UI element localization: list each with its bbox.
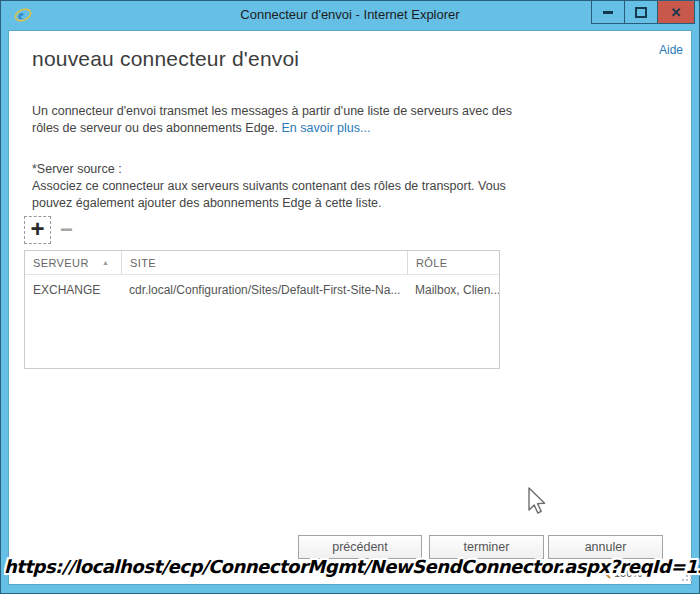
table-toolbar: + − bbox=[24, 215, 73, 245]
close-button[interactable]: ✕ bbox=[657, 1, 694, 23]
column-header-site-label: SITE bbox=[130, 257, 156, 269]
status-url-text: https://localhost/ecp/ConnectorMgmt/NewS… bbox=[4, 556, 700, 577]
server-source-label: *Server source : bbox=[32, 162, 122, 176]
table-header-row: SERVEUR ▲ SITE RÔLE bbox=[25, 251, 499, 275]
close-icon: ✕ bbox=[671, 6, 682, 19]
table-row[interactable]: EXCHANGE cdr.local/Configuration/Sites/D… bbox=[25, 275, 499, 305]
cell-site: cdr.local/Configuration/Sites/Default-Fi… bbox=[121, 283, 407, 297]
add-icon: + bbox=[30, 219, 44, 239]
cell-role: Mailbox, Clien... bbox=[407, 283, 499, 297]
remove-server-button[interactable]: − bbox=[60, 220, 73, 241]
page-title: nouveau connecteur d'envoi bbox=[32, 47, 299, 71]
dialog-content: Aide nouveau connecteur d'envoi Un conne… bbox=[8, 30, 692, 585]
ie-dialog-window: e Connecteur d'envoi - Internet Explorer… bbox=[0, 0, 700, 594]
server-table: SERVEUR ▲ SITE RÔLE EXCHANGE cdr.local/C… bbox=[24, 250, 500, 369]
server-source-description: Associez ce connecteur aux serveurs suiv… bbox=[32, 178, 537, 211]
minimize-button[interactable] bbox=[592, 1, 624, 23]
maximize-icon bbox=[635, 7, 647, 18]
column-header-serveur-label: SERVEUR bbox=[33, 257, 89, 269]
titlebar[interactable]: e Connecteur d'envoi - Internet Explorer… bbox=[1, 1, 699, 29]
learn-more-link[interactable]: En savoir plus... bbox=[281, 121, 370, 135]
cell-serveur: EXCHANGE bbox=[25, 283, 121, 297]
column-header-role[interactable]: RÔLE bbox=[407, 251, 499, 274]
sort-ascending-icon: ▲ bbox=[102, 259, 109, 266]
window-controls: ✕ bbox=[591, 1, 695, 24]
intro-text: Un connecteur d'envoi transmet les messa… bbox=[32, 104, 512, 135]
minimize-icon bbox=[603, 11, 613, 14]
intro-paragraph: Un connecteur d'envoi transmet les messa… bbox=[32, 103, 537, 136]
help-link[interactable]: Aide bbox=[659, 43, 683, 57]
column-header-role-label: RÔLE bbox=[416, 257, 448, 269]
add-server-button[interactable]: + bbox=[24, 216, 51, 244]
maximize-button[interactable] bbox=[624, 1, 657, 23]
column-header-serveur[interactable]: SERVEUR ▲ bbox=[25, 251, 121, 274]
remove-icon: − bbox=[60, 217, 73, 242]
column-header-site[interactable]: SITE bbox=[121, 251, 407, 274]
